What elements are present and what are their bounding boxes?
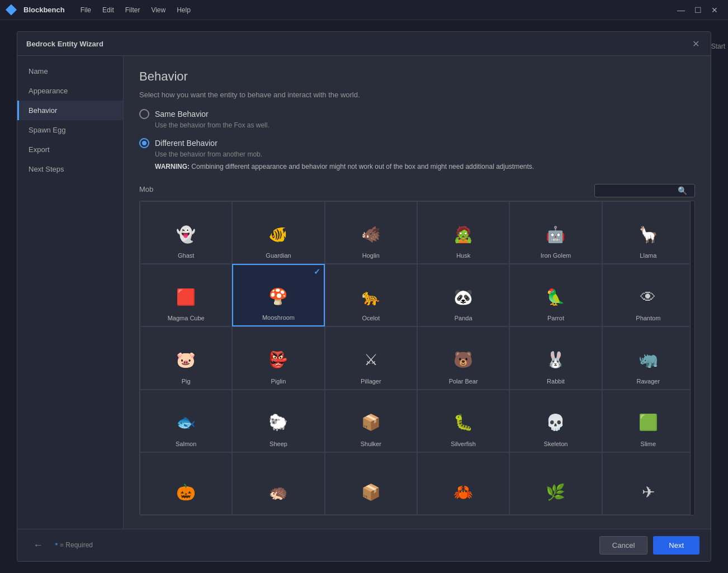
sidebar-item-next-steps-label: Next Steps <box>29 165 64 173</box>
mob-cell[interactable]: 🐻Polar Bear <box>417 326 509 389</box>
mob-cell[interactable]: 🐆Ocelot <box>325 264 417 326</box>
mob-cell[interactable]: 🟩Slime <box>602 390 694 452</box>
mob-sprite: 🟩 <box>632 407 664 438</box>
mob-cell[interactable]: 🧟Husk <box>417 201 509 264</box>
page-subtitle: Select how you want the entity to behave… <box>139 91 695 99</box>
mob-sprite: 🎃 <box>171 476 202 508</box>
mob-cell[interactable]: ✓🍄Mooshroom <box>232 264 324 326</box>
radio-different-behavior[interactable]: Different Behavior Use the behavior from… <box>139 138 695 178</box>
maximize-button[interactable]: ☐ <box>690 4 706 16</box>
mob-cell[interactable]: 🐼Panda <box>417 264 509 326</box>
mob-cell[interactable]: 🐑Sheep <box>232 390 324 452</box>
mob-cell[interactable]: 🐟Salmon <box>140 390 232 452</box>
mob-name-label: Husk <box>456 252 470 259</box>
mob-cell[interactable]: 🟥Magma Cube <box>140 264 232 326</box>
mob-cell[interactable]: 🦙Llama <box>602 201 694 264</box>
mob-grid: 👻Ghast🐠Guardian🐗Hoglin🧟Husk🤖Iron Golem🦙L… <box>140 201 694 515</box>
sidebar-item-spawn-egg[interactable]: Spawn Egg <box>17 120 123 140</box>
required-star: ＊ <box>53 541 60 549</box>
titlebar: Blockbench File Edit Filter View Help — … <box>0 0 728 20</box>
mob-cell[interactable]: ⚔Pillager <box>325 326 417 389</box>
radio-same-desc: Use the behavior from the Fox as well. <box>155 121 695 129</box>
window-controls: — ☐ ✕ <box>673 4 722 16</box>
mob-cell[interactable]: 🤖Iron Golem <box>509 201 602 264</box>
mob-cell[interactable]: 🦜Parrot <box>509 264 602 326</box>
mob-name-label: Hoglin <box>362 252 380 259</box>
mob-sprite: 👁 <box>632 281 664 312</box>
warning-text: WARNING: Combining different appearance … <box>155 162 695 172</box>
back-button[interactable]: ← <box>29 537 48 553</box>
mob-label: Mob <box>139 185 153 193</box>
menu-filter[interactable]: Filter <box>121 5 145 15</box>
mob-search-box[interactable]: 🔍 <box>594 184 695 197</box>
mob-cell[interactable]: 👻Ghast <box>140 201 232 264</box>
mob-sprite: 🤖 <box>540 219 571 250</box>
close-window-button[interactable]: ✕ <box>707 4 722 16</box>
mob-sprite: 🦜 <box>540 281 571 312</box>
mob-cell[interactable]: 🐗Hoglin <box>325 201 417 264</box>
wizard-dialog: Bedrock Entity Wizard ✕ Name Appearance … <box>17 31 711 562</box>
mob-name-label: Parrot <box>547 315 564 321</box>
menu-help[interactable]: Help <box>172 5 195 15</box>
next-button[interactable]: Next <box>653 536 699 555</box>
app-logo <box>6 4 17 16</box>
mob-cell[interactable]: 🐷Pig <box>140 326 232 389</box>
warning-body: Combining different appearance and behav… <box>190 163 534 171</box>
mob-cell[interactable]: 🦏Ravager <box>602 326 694 389</box>
mob-sprite: 🐆 <box>355 281 386 312</box>
mob-sprite: ⚔ <box>355 344 386 376</box>
mob-cell[interactable]: 💀Skeleton <box>509 390 602 452</box>
mob-cell[interactable]: 👁Phantom <box>602 264 694 326</box>
mob-sprite: 👻 <box>171 219 202 250</box>
mob-name-label: Ravager <box>637 378 660 385</box>
mob-name-label: Panda <box>455 315 472 321</box>
mob-name-label: Shulker <box>361 441 381 447</box>
mob-cell[interactable]: 👺Piglin <box>232 326 324 389</box>
menu-edit[interactable]: Edit <box>98 5 119 15</box>
dialog-overlay: Start Bedrock Entity Wizard ✕ Name Appea… <box>0 20 728 573</box>
mob-name-label: Slime <box>641 441 656 447</box>
radio-same-circle <box>139 109 149 119</box>
mob-cell[interactable]: 🎃 <box>140 452 232 515</box>
mob-name-label: Silverfish <box>451 441 476 447</box>
mob-cell[interactable]: 🦀 <box>417 452 509 515</box>
mob-cell[interactable]: 🦔 <box>232 452 324 515</box>
mob-cell[interactable]: 🌿 <box>509 452 602 515</box>
sidebar-item-behavior[interactable]: Behavior <box>17 101 123 120</box>
mob-sprite: 🍄 <box>263 281 294 312</box>
mob-name-label: Pillager <box>361 378 381 385</box>
mob-name-label: Guardian <box>266 252 291 259</box>
mob-cell[interactable]: 🐠Guardian <box>232 201 324 264</box>
sidebar-item-name[interactable]: Name <box>17 61 123 81</box>
mob-cell[interactable]: 🐛Silverfish <box>417 390 509 452</box>
menu-view[interactable]: View <box>146 5 170 15</box>
minimize-button[interactable]: — <box>673 4 689 16</box>
radio-same-behavior[interactable]: Same Behavior Use the behavior from the … <box>139 109 695 132</box>
mob-sprite: 📦 <box>355 476 386 508</box>
mob-cell[interactable]: 🐰Rabbit <box>509 326 602 389</box>
dialog-close-button[interactable]: ✕ <box>689 37 702 50</box>
menu-file[interactable]: File <box>76 5 96 15</box>
start-label: Start <box>711 42 725 50</box>
sidebar-item-appearance[interactable]: Appearance <box>17 81 123 101</box>
mob-name-label: Sheep <box>270 441 287 447</box>
sidebar-item-export[interactable]: Export <box>17 140 123 159</box>
mob-cell[interactable]: ✈ <box>602 452 694 515</box>
radio-different-desc: Use the behavior from another mob. <box>155 150 695 158</box>
mob-cell[interactable]: 📦 <box>325 452 417 515</box>
mob-sprite: ✈ <box>632 476 664 508</box>
mob-search-input[interactable] <box>599 187 678 195</box>
cancel-button[interactable]: Cancel <box>599 536 647 555</box>
mob-sprite: 🟥 <box>171 281 202 312</box>
mob-name-label: Ghast <box>178 252 194 259</box>
mob-cell[interactable]: 📦Shulker <box>325 390 417 452</box>
search-icon: 🔍 <box>678 186 687 195</box>
mob-name-label: Magma Cube <box>168 315 205 321</box>
sidebar-item-next-steps[interactable]: Next Steps <box>17 159 123 179</box>
dialog-footer: ← ＊= Required Cancel Next <box>17 529 711 561</box>
mob-name-label: Mooshroom <box>262 314 295 321</box>
menu-bar: File Edit Filter View Help <box>76 5 195 15</box>
footer-left: ← ＊= Required <box>29 537 93 553</box>
main-content: Behavior Select how you want the entity … <box>124 56 711 529</box>
page-title: Behavior <box>139 69 695 84</box>
